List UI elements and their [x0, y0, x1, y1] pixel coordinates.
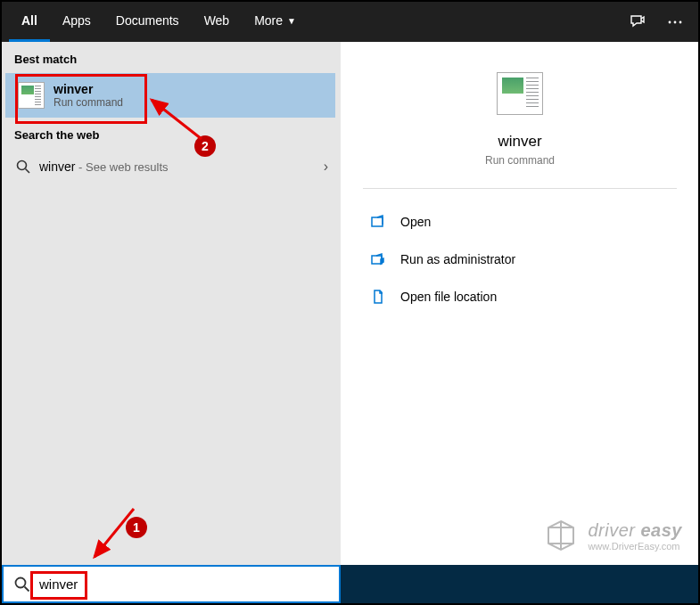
- action-run-admin-label: Run as administrator: [400, 252, 515, 266]
- tab-all[interactable]: All: [9, 2, 50, 42]
- search-icon: [14, 576, 30, 593]
- taskbar-remainder: [341, 565, 698, 603]
- svg-point-3: [18, 161, 27, 170]
- action-open-label: Open: [400, 215, 431, 229]
- tab-documents[interactable]: Documents: [103, 2, 192, 42]
- tab-web[interactable]: Web: [192, 2, 243, 42]
- search-icon: [14, 158, 32, 176]
- best-match-result[interactable]: winver Run command: [5, 73, 335, 118]
- app-window-icon: [18, 82, 45, 109]
- web-result-suffix: - See web results: [75, 160, 168, 174]
- tab-more[interactable]: More ▼: [242, 2, 309, 42]
- search-web-header: Search the web: [2, 118, 341, 149]
- web-search-result[interactable]: winver - See web results ›: [2, 149, 341, 184]
- preview-card: winver Run command: [363, 60, 677, 189]
- web-result-text: winver - See web results: [39, 159, 169, 174]
- chevron-down-icon: ▼: [287, 16, 296, 26]
- preview-subtitle: Run command: [485, 154, 555, 167]
- svg-line-4: [26, 169, 30, 174]
- action-run-admin[interactable]: Run as administrator: [363, 241, 677, 278]
- more-options-icon[interactable]: [659, 6, 691, 38]
- action-open[interactable]: Open: [363, 203, 677, 241]
- action-open-location-label: Open file location: [400, 290, 497, 304]
- svg-point-0: [669, 20, 671, 23]
- file-location-icon: [368, 287, 388, 307]
- search-input[interactable]: [39, 576, 328, 592]
- svg-point-1: [674, 20, 677, 23]
- best-match-title: winver: [54, 82, 123, 96]
- best-match-text: winver Run command: [54, 82, 123, 109]
- svg-line-8: [25, 586, 29, 591]
- tab-more-label: More: [254, 13, 283, 28]
- search-header: All Apps Documents Web More ▼: [2, 2, 698, 42]
- search-bar: [2, 565, 698, 603]
- app-window-icon: [495, 69, 545, 119]
- admin-shield-icon: [368, 249, 388, 269]
- svg-rect-5: [372, 217, 383, 226]
- open-icon: [368, 212, 388, 232]
- preview-title: winver: [498, 133, 541, 151]
- feedback-icon[interactable]: [622, 6, 654, 38]
- header-tabs: All Apps Documents Web More ▼: [9, 2, 309, 42]
- tab-apps[interactable]: Apps: [50, 2, 103, 42]
- svg-point-2: [679, 20, 682, 23]
- preview-pane: winver Run command Open Run as administr…: [341, 42, 698, 567]
- web-result-query: winver: [39, 159, 75, 174]
- best-match-subtitle: Run command: [54, 96, 123, 109]
- header-actions: [622, 6, 691, 38]
- action-open-location[interactable]: Open file location: [363, 278, 677, 315]
- results-pane: Best match winver Run command Search the…: [2, 42, 341, 567]
- svg-point-7: [16, 577, 26, 587]
- search-input-wrap[interactable]: [2, 565, 341, 603]
- best-match-header: Best match: [2, 42, 341, 73]
- chevron-right-icon: ›: [324, 159, 328, 175]
- main-area: Best match winver Run command Search the…: [2, 42, 698, 567]
- action-list: Open Run as administrator Open file loca…: [342, 203, 698, 315]
